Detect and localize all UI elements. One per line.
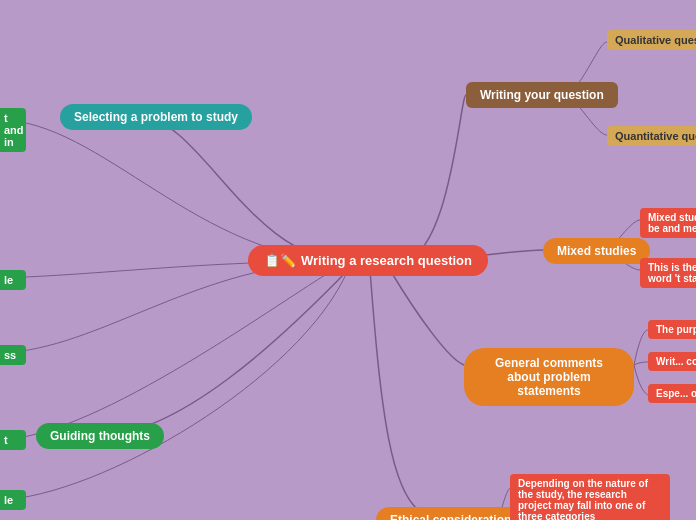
general-node[interactable]: General comments about problem statement… — [464, 348, 634, 406]
especially-label: Espe... of th... — [656, 388, 696, 399]
mixed-desc1-label: Mixed studies: one to be and methodology — [648, 212, 696, 234]
writing-comp-label: Writ... comp... — [656, 356, 696, 367]
especially-node: Espe... of th... — [648, 384, 696, 403]
qualitative-label: Qualitative questions — [615, 34, 696, 46]
general-label: General comments about problem statement… — [478, 356, 620, 398]
left-act-node: t — [0, 430, 26, 450]
selecting-label: Selecting a problem to study — [74, 110, 238, 124]
left-bottom-node: ss — [0, 345, 26, 365]
mixed-desc1-node: Mixed studies: one to be and methodology — [640, 208, 696, 238]
writing-comp-node: Writ... comp... — [648, 352, 696, 371]
left-example-label: le — [4, 494, 13, 506]
mixed-node[interactable]: Mixed studies — [543, 238, 650, 264]
central-label: Writing a research question — [301, 253, 472, 268]
selecting-node[interactable]: Selecting a problem to study — [60, 104, 252, 130]
left-top-label: t and in — [4, 112, 24, 148]
mixed-desc2-label: This is the pr of the word 't statement — [648, 262, 696, 284]
mixed-desc2-node: This is the pr of the word 't statement — [640, 258, 696, 288]
quantitative-label: Quantitative questions — [615, 130, 696, 142]
ethical-label: Ethical considerations — [390, 513, 518, 520]
left-mid-label: le — [4, 274, 13, 286]
writing-question-label: Writing your question — [480, 88, 604, 102]
ethical-desc-label: Depending on the nature of the study, th… — [518, 478, 662, 520]
central-icon: 📋✏️ — [264, 253, 296, 268]
left-act-label: t — [4, 434, 8, 446]
ethical-node[interactable]: Ethical considerations — [376, 507, 532, 520]
purpose-label: The purp... — [656, 324, 696, 335]
ethical-desc-node: Depending on the nature of the study, th… — [510, 474, 670, 520]
left-top-node: t and in — [0, 108, 26, 152]
writing-question-node[interactable]: Writing your question — [466, 82, 618, 108]
guiding-node[interactable]: Guiding thoughts — [36, 423, 164, 449]
left-mid-node: le — [0, 270, 26, 290]
guiding-label: Guiding thoughts — [50, 429, 150, 443]
purpose-node: The purp... — [648, 320, 696, 339]
left-bottom-label: ss — [4, 349, 16, 361]
quantitative-node[interactable]: Quantitative questions — [607, 126, 696, 146]
central-node[interactable]: 📋✏️ Writing a research question — [248, 245, 488, 276]
qualitative-node[interactable]: Qualitative questions — [607, 30, 696, 50]
left-example-node: le — [0, 490, 26, 510]
mixed-label: Mixed studies — [557, 244, 636, 258]
